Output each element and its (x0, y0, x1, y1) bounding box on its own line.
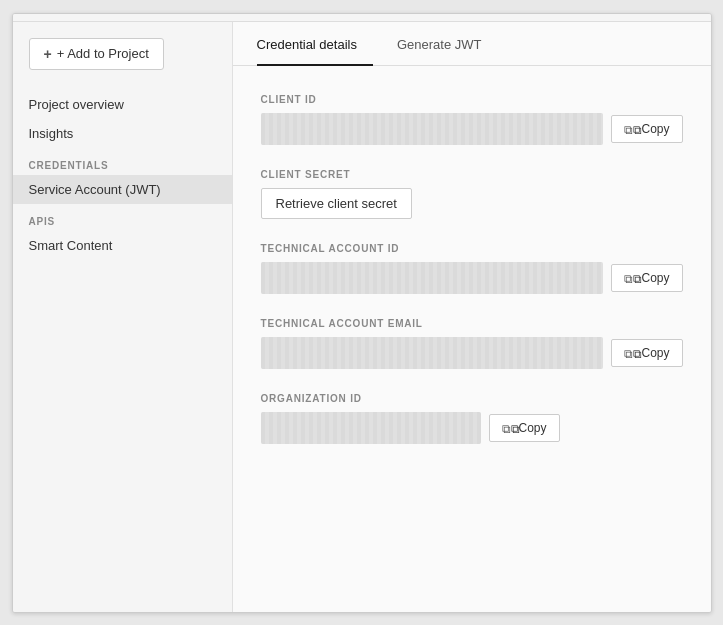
client-id-row: ⧉ Copy (261, 113, 683, 145)
technical-account-id-group: TECHNICAL ACCOUNT ID ⧉ Copy (261, 243, 683, 294)
client-secret-group: CLIENT SECRET Retrieve client secret (261, 169, 683, 219)
window-top-bar (13, 14, 711, 22)
organization-id-label: ORGANIZATION ID (261, 393, 683, 404)
tab-generate-jwt[interactable]: Generate JWT (397, 23, 498, 66)
technical-account-email-group: TECHNICAL ACCOUNT EMAIL ⧉ Copy (261, 318, 683, 369)
plus-icon: + (44, 46, 52, 62)
client-id-group: CLIENT ID ⧉ Copy (261, 94, 683, 145)
organization-id-group: ORGANIZATION ID ⧉ Copy (261, 393, 683, 444)
organization-id-copy-button[interactable]: ⧉ Copy (489, 414, 560, 442)
add-to-project-button[interactable]: + + Add to Project (29, 38, 164, 70)
tab-credential-details[interactable]: Credential details (257, 23, 373, 66)
retrieve-client-secret-button[interactable]: Retrieve client secret (261, 188, 412, 219)
sidebar-item-smart-content[interactable]: Smart Content (13, 231, 232, 260)
copy-icon-3: ⧉ (624, 347, 636, 359)
technical-account-id-value (261, 262, 604, 294)
technical-account-email-value (261, 337, 604, 369)
add-to-project-label: + Add to Project (57, 46, 149, 61)
app-window: + + Add to Project Project overview Insi… (12, 13, 712, 613)
content-area: CLIENT ID ⧉ Copy CLIENT SECRET Retr (233, 66, 711, 612)
credentials-section-label: CREDENTIALS (13, 148, 232, 175)
client-secret-label: CLIENT SECRET (261, 169, 683, 180)
technical-account-email-row: ⧉ Copy (261, 337, 683, 369)
sidebar-item-service-account[interactable]: Service Account (JWT) (13, 175, 232, 204)
sidebar-item-insights[interactable]: Insights (13, 119, 232, 148)
technical-account-id-label: TECHNICAL ACCOUNT ID (261, 243, 683, 254)
client-secret-row: Retrieve client secret (261, 188, 683, 219)
technical-account-email-copy-button[interactable]: ⧉ Copy (611, 339, 682, 367)
client-id-value (261, 113, 604, 145)
copy-icon: ⧉ (624, 123, 636, 135)
organization-id-value (261, 412, 481, 444)
apis-section-label: APIS (13, 204, 232, 231)
technical-account-id-copy-button[interactable]: ⧉ Copy (611, 264, 682, 292)
copy-icon-4: ⧉ (502, 422, 514, 434)
technical-account-email-label: TECHNICAL ACCOUNT EMAIL (261, 318, 683, 329)
main-content: Credential details Generate JWT CLIENT I… (233, 22, 711, 612)
copy-icon-2: ⧉ (624, 272, 636, 284)
technical-account-id-row: ⧉ Copy (261, 262, 683, 294)
sidebar-item-project-overview[interactable]: Project overview (13, 90, 232, 119)
tab-bar: Credential details Generate JWT (233, 22, 711, 66)
client-id-label: CLIENT ID (261, 94, 683, 105)
organization-id-row: ⧉ Copy (261, 412, 683, 444)
client-id-copy-button[interactable]: ⧉ Copy (611, 115, 682, 143)
sidebar: + + Add to Project Project overview Insi… (13, 22, 233, 612)
window-body: + + Add to Project Project overview Insi… (13, 22, 711, 612)
